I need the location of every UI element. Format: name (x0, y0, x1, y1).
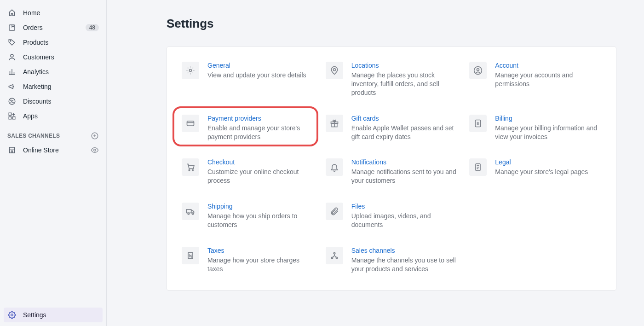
orders-icon (7, 23, 17, 32)
nav-label: Online Store (23, 146, 59, 154)
svg-rect-16 (187, 121, 194, 126)
setting-taxes[interactable]: Taxes Manage how your store charges taxe… (180, 245, 316, 275)
setting-title: Account (495, 62, 601, 69)
svg-point-15 (477, 69, 479, 71)
setting-sales-channels[interactable]: Sales channels Manage the channels you u… (324, 245, 460, 275)
setting-desc: View and update your store details (207, 71, 314, 80)
eye-icon[interactable] (91, 146, 99, 154)
svg-point-29 (334, 252, 335, 254)
nav-label: Customers (23, 53, 54, 61)
svg-point-4 (11, 100, 12, 101)
channels-nav: Online Store (4, 143, 103, 157)
setting-gift-cards[interactable]: Gift cards Enable Apple Wallet passes an… (324, 113, 460, 143)
tag-icon (7, 38, 17, 47)
setting-desc: Manage notifications sent to you and you… (351, 168, 458, 185)
setting-title: Billing (495, 115, 601, 122)
setting-desc: Manage your billing information and view… (495, 124, 601, 141)
svg-point-11 (11, 314, 13, 316)
setting-title: Files (351, 203, 458, 210)
sidebar-item-online-store[interactable]: Online Store (4, 143, 103, 157)
nav-label: Settings (23, 311, 46, 319)
setting-checkout[interactable]: Checkout Customize your online checkout … (180, 157, 316, 187)
sidebar: Home Orders 48 Products Customers Anal (0, 0, 107, 326)
setting-title: Checkout (207, 158, 314, 166)
sidebar-item-home[interactable]: Home (4, 6, 103, 20)
discount-icon (7, 97, 17, 106)
setting-notifications[interactable]: Notifications Manage notifications sent … (324, 157, 460, 187)
sidebar-item-discounts[interactable]: Discounts (4, 94, 103, 109)
sidebar-item-analytics[interactable]: Analytics (4, 64, 103, 79)
bar-chart-icon (7, 67, 17, 76)
svg-rect-6 (9, 113, 11, 115)
setting-billing[interactable]: Billing Manage your billing information … (467, 113, 603, 143)
invoice-icon (469, 115, 487, 132)
person-icon (7, 52, 17, 62)
nav-label: Products (23, 39, 48, 46)
setting-title: Shipping (207, 203, 314, 210)
setting-desc: Manage the places you stock inventory, f… (351, 71, 458, 97)
svg-point-13 (333, 69, 335, 71)
setting-locations[interactable]: Locations Manage the places you stock in… (324, 60, 460, 99)
store-icon (7, 146, 17, 155)
main-content: Settings General View and update your st… (107, 0, 644, 326)
setting-title: Notifications (351, 158, 458, 166)
document-icon (469, 158, 487, 176)
gear-icon (182, 62, 199, 79)
primary-nav: Home Orders 48 Products Customers Anal (4, 6, 103, 123)
setting-files[interactable]: Files Upload images, videos, and documen… (324, 201, 460, 231)
orders-badge: 48 (86, 24, 99, 31)
svg-point-24 (188, 213, 189, 215)
setting-title: General (207, 62, 314, 69)
setting-title: Gift cards (351, 115, 458, 122)
receipt-icon (182, 247, 199, 264)
setting-title: Taxes (207, 247, 314, 254)
sidebar-item-products[interactable]: Products (4, 35, 103, 50)
nav-label: Apps (23, 112, 38, 120)
svg-point-10 (94, 149, 96, 151)
bottom-nav: Settings (4, 308, 103, 322)
setting-account[interactable]: Account Manage your accounts and permiss… (467, 60, 603, 99)
channels-heading: SALES CHANNELS (7, 133, 60, 139)
setting-title: Legal (495, 158, 601, 166)
settings-grid: General View and update your store detai… (180, 60, 603, 275)
svg-point-20 (189, 170, 190, 171)
home-icon (7, 8, 17, 17)
settings-card: General View and update your store detai… (167, 47, 616, 291)
cart-icon (182, 158, 199, 176)
sidebar-item-marketing[interactable]: Marketing (4, 79, 103, 94)
sidebar-item-orders[interactable]: Orders 48 (4, 20, 103, 35)
setting-shipping[interactable]: Shipping Manage how you ship orders to c… (180, 201, 316, 231)
sales-channels-header: SALES CHANNELS (4, 123, 103, 143)
page-title: Settings (167, 17, 616, 31)
gift-icon (326, 115, 343, 132)
setting-desc: Manage your accounts and permissions (495, 71, 601, 88)
svg-point-1 (10, 41, 11, 41)
add-channel-button[interactable] (91, 132, 99, 140)
setting-general[interactable]: General View and update your store detai… (180, 60, 316, 99)
svg-point-21 (192, 170, 194, 171)
sidebar-item-settings[interactable]: Settings (4, 308, 103, 322)
nav-label: Home (23, 9, 40, 17)
setting-payment-providers[interactable]: Payment providers Enable and manage your… (180, 113, 316, 143)
nav-label: Discounts (23, 98, 51, 105)
svg-point-27 (189, 255, 190, 255)
nav-label: Analytics (23, 68, 49, 76)
setting-desc: Manage how your store charges taxes (207, 256, 314, 274)
sidebar-item-apps[interactable]: Apps (4, 109, 103, 123)
truck-icon (182, 203, 199, 220)
nav-label: Marketing (23, 83, 51, 90)
setting-title: Payment providers (207, 115, 314, 122)
sidebar-item-customers[interactable]: Customers (4, 50, 103, 64)
pin-icon (326, 62, 343, 79)
bell-icon (326, 158, 343, 176)
setting-legal[interactable]: Legal Manage your store's legal pages (467, 157, 603, 187)
apps-icon (7, 111, 17, 121)
user-circle-icon (469, 62, 487, 79)
channels-icon (326, 247, 343, 264)
setting-desc: Enable and manage your store's payment p… (207, 124, 314, 141)
setting-desc: Manage the channels you use to sell your… (351, 256, 458, 274)
svg-rect-8 (9, 117, 11, 119)
credit-card-icon (182, 115, 199, 132)
setting-desc: Customize your online checkout process (207, 168, 314, 185)
svg-rect-23 (187, 210, 191, 213)
